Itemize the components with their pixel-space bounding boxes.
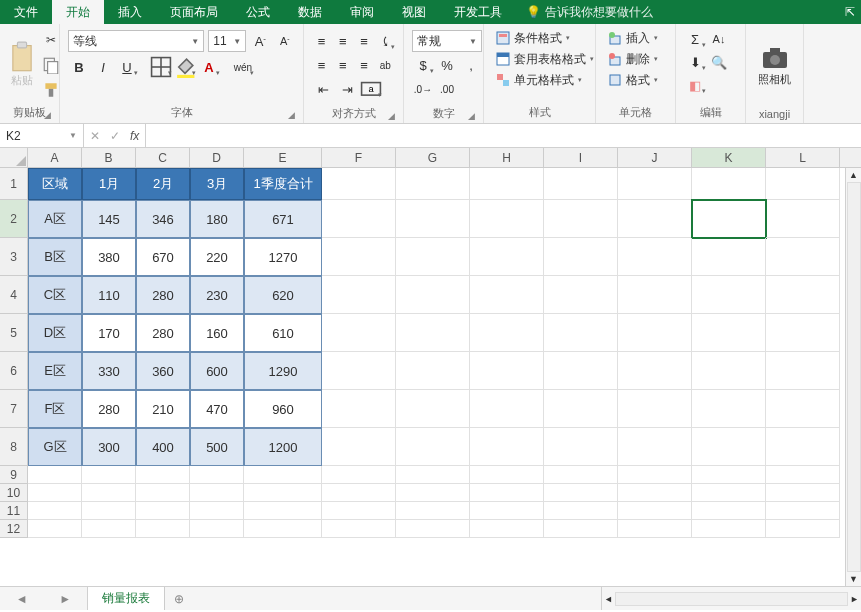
cell-F4[interactable] — [322, 276, 396, 314]
cell-F12[interactable] — [322, 520, 396, 538]
cell-C4[interactable]: 280 — [136, 276, 190, 314]
cell-J11[interactable] — [618, 502, 692, 520]
cell-F2[interactable] — [322, 200, 396, 238]
cell-G7[interactable] — [396, 390, 470, 428]
delete-cells-button[interactable]: 删除▾ — [604, 49, 667, 69]
col-header-F[interactable]: F — [322, 148, 396, 167]
col-header-B[interactable]: B — [82, 148, 136, 167]
cell-L9[interactable] — [766, 466, 840, 484]
cell-K3[interactable] — [692, 238, 766, 276]
dialog-launcher-icon[interactable]: ◢ — [468, 111, 475, 121]
vertical-scrollbar[interactable]: ▲▼ — [845, 168, 861, 586]
cell-D7[interactable]: 470 — [190, 390, 244, 428]
cell-B11[interactable] — [82, 502, 136, 520]
copy-button[interactable] — [42, 56, 60, 74]
cell-L1[interactable] — [766, 168, 840, 200]
comma-format-button[interactable]: , — [460, 54, 482, 76]
cell-L10[interactable] — [766, 484, 840, 502]
cancel-formula-button[interactable]: ✕ — [90, 129, 100, 143]
cell-I2[interactable] — [544, 200, 618, 238]
menu-tab-4[interactable]: 公式 — [232, 0, 284, 24]
row-header-9[interactable]: 9 — [0, 466, 27, 484]
col-header-A[interactable]: A — [28, 148, 82, 167]
col-header-H[interactable]: H — [470, 148, 544, 167]
increase-font-button[interactable]: Aˆ — [250, 30, 270, 52]
menu-tab-0[interactable]: 文件 — [0, 0, 52, 24]
cell-J2[interactable] — [618, 200, 692, 238]
phonetic-button[interactable]: wén▾ — [232, 56, 254, 78]
cell-A11[interactable] — [28, 502, 82, 520]
row-header-5[interactable]: 5 — [0, 314, 27, 352]
cell-E6[interactable]: 1290 — [244, 352, 322, 390]
cell-I9[interactable] — [544, 466, 618, 484]
cell-A7[interactable]: F区 — [28, 390, 82, 428]
cell-J8[interactable] — [618, 428, 692, 466]
cell-L8[interactable] — [766, 428, 840, 466]
font-color-button[interactable]: A▾ — [198, 56, 220, 78]
row-header-6[interactable]: 6 — [0, 352, 27, 390]
increase-decimal-button[interactable]: .0→ — [412, 78, 434, 100]
cell-E5[interactable]: 610 — [244, 314, 322, 352]
cell-H1[interactable] — [470, 168, 544, 200]
cell-H11[interactable] — [470, 502, 544, 520]
menu-tab-6[interactable]: 审阅 — [336, 0, 388, 24]
dialog-launcher-icon[interactable]: ◢ — [44, 110, 51, 120]
cell-L4[interactable] — [766, 276, 840, 314]
row-header-4[interactable]: 4 — [0, 276, 27, 314]
cell-G4[interactable] — [396, 276, 470, 314]
cell-B2[interactable]: 145 — [82, 200, 136, 238]
wrap-text-button[interactable]: ab — [376, 54, 395, 76]
cell-J5[interactable] — [618, 314, 692, 352]
cell-K12[interactable] — [692, 520, 766, 538]
cell-H4[interactable] — [470, 276, 544, 314]
row-header-12[interactable]: 12 — [0, 520, 27, 538]
cell-D6[interactable]: 600 — [190, 352, 244, 390]
cell-K10[interactable] — [692, 484, 766, 502]
cell-B6[interactable]: 330 — [82, 352, 136, 390]
row-header-11[interactable]: 11 — [0, 502, 27, 520]
sheet-nav-next-button[interactable]: ► — [59, 592, 71, 606]
cell-C6[interactable]: 360 — [136, 352, 190, 390]
cell-F8[interactable] — [322, 428, 396, 466]
align-center-button[interactable]: ≡ — [333, 54, 352, 76]
cell-B3[interactable]: 380 — [82, 238, 136, 276]
cell-L11[interactable] — [766, 502, 840, 520]
col-header-C[interactable]: C — [136, 148, 190, 167]
cell-G10[interactable] — [396, 484, 470, 502]
cell-J6[interactable] — [618, 352, 692, 390]
cell-A3[interactable]: B区 — [28, 238, 82, 276]
cell-G8[interactable] — [396, 428, 470, 466]
cell-B10[interactable] — [82, 484, 136, 502]
col-header-K[interactable]: K — [692, 148, 766, 167]
cell-K7[interactable] — [692, 390, 766, 428]
format-painter-button[interactable] — [42, 81, 60, 99]
cell-A12[interactable] — [28, 520, 82, 538]
cell-E11[interactable] — [244, 502, 322, 520]
paste-button[interactable]: 粘贴 — [6, 26, 38, 103]
cell-E2[interactable]: 671 — [244, 200, 322, 238]
cell-A2[interactable]: A区 — [28, 200, 82, 238]
cell-H7[interactable] — [470, 390, 544, 428]
decrease-indent-button[interactable]: ⇤ — [312, 78, 334, 100]
cell-K9[interactable] — [692, 466, 766, 484]
cell-K6[interactable] — [692, 352, 766, 390]
fill-color-button[interactable]: ▾ — [174, 56, 196, 78]
col-header-L[interactable]: L — [766, 148, 840, 167]
cell-I10[interactable] — [544, 484, 618, 502]
cell-E3[interactable]: 1270 — [244, 238, 322, 276]
row-header-3[interactable]: 3 — [0, 238, 27, 276]
sheet-tab[interactable]: 销量报表 — [88, 587, 165, 610]
cell-D5[interactable]: 160 — [190, 314, 244, 352]
cell-D3[interactable]: 220 — [190, 238, 244, 276]
decrease-decimal-button[interactable]: .00 — [436, 78, 458, 100]
col-header-D[interactable]: D — [190, 148, 244, 167]
conditional-format-button[interactable]: 条件格式▾ — [492, 28, 587, 48]
col-header-I[interactable]: I — [544, 148, 618, 167]
format-as-table-button[interactable]: 套用表格格式▾ — [492, 49, 587, 69]
row-header-10[interactable]: 10 — [0, 484, 27, 502]
cell-G2[interactable] — [396, 200, 470, 238]
row-header-1[interactable]: 1 — [0, 168, 27, 200]
cell-D2[interactable]: 180 — [190, 200, 244, 238]
cell-B12[interactable] — [82, 520, 136, 538]
cell-I11[interactable] — [544, 502, 618, 520]
